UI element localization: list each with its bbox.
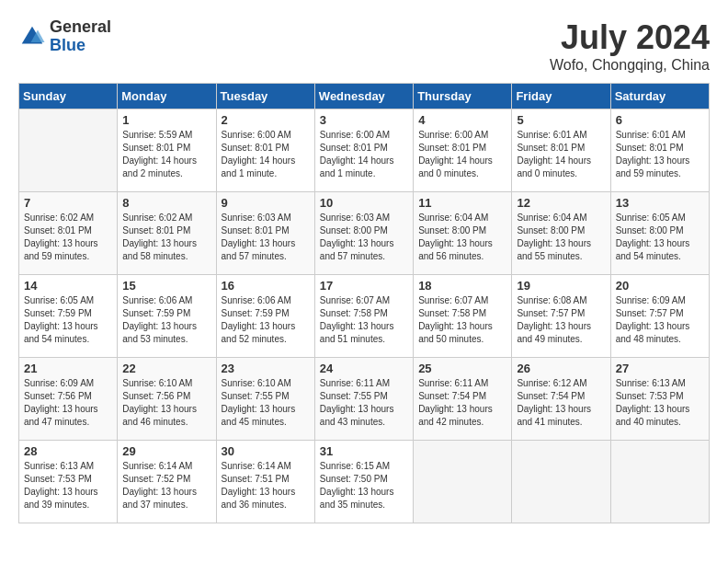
calendar-week-row: 1Sunrise: 5:59 AM Sunset: 8:01 PM Daylig… bbox=[19, 109, 710, 192]
day-info: Sunrise: 6:00 AM Sunset: 8:01 PM Dayligh… bbox=[320, 129, 408, 180]
day-number: 26 bbox=[517, 362, 605, 375]
day-info: Sunrise: 6:11 AM Sunset: 7:55 PM Dayligh… bbox=[320, 377, 408, 429]
day-info: Sunrise: 6:14 AM Sunset: 7:52 PM Dayligh… bbox=[122, 460, 210, 511]
calendar-cell: 1Sunrise: 5:59 AM Sunset: 8:01 PM Daylig… bbox=[118, 109, 216, 192]
day-of-week-header: Sunday bbox=[19, 84, 118, 109]
calendar-cell: 7Sunrise: 6:02 AM Sunset: 8:01 PM Daylig… bbox=[19, 192, 118, 275]
day-number: 7 bbox=[24, 196, 112, 210]
calendar-week-row: 28Sunrise: 6:13 AM Sunset: 7:53 PM Dayli… bbox=[19, 441, 710, 523]
day-info: Sunrise: 6:15 AM Sunset: 7:50 PM Dayligh… bbox=[320, 460, 408, 511]
day-number: 20 bbox=[616, 279, 704, 293]
calendar-week-row: 21Sunrise: 6:09 AM Sunset: 7:56 PM Dayli… bbox=[19, 358, 710, 441]
day-info: Sunrise: 6:04 AM Sunset: 8:00 PM Dayligh… bbox=[418, 212, 506, 263]
day-number: 25 bbox=[418, 362, 506, 375]
calendar-cell: 29Sunrise: 6:14 AM Sunset: 7:52 PM Dayli… bbox=[118, 441, 216, 523]
day-info: Sunrise: 6:06 AM Sunset: 7:59 PM Dayligh… bbox=[122, 294, 210, 346]
day-info: Sunrise: 6:06 AM Sunset: 7:59 PM Dayligh… bbox=[222, 294, 310, 346]
page-header: General Blue July 2024 Wofo, Chongqing, … bbox=[18, 18, 710, 74]
day-number: 27 bbox=[616, 362, 704, 375]
day-info: Sunrise: 6:14 AM Sunset: 7:51 PM Dayligh… bbox=[222, 460, 310, 511]
calendar-cell: 14Sunrise: 6:05 AM Sunset: 7:59 PM Dayli… bbox=[19, 275, 118, 358]
logo-icon bbox=[18, 23, 46, 51]
calendar-cell: 24Sunrise: 6:11 AM Sunset: 7:55 PM Dayli… bbox=[314, 358, 413, 441]
day-of-week-header: Friday bbox=[512, 84, 610, 109]
title-section: July 2024 Wofo, Chongqing, China bbox=[550, 18, 710, 74]
day-of-week-header: Saturday bbox=[610, 84, 709, 109]
day-number: 28 bbox=[24, 444, 112, 458]
calendar-cell: 5Sunrise: 6:01 AM Sunset: 8:01 PM Daylig… bbox=[512, 109, 610, 192]
day-number: 8 bbox=[122, 196, 210, 210]
day-info: Sunrise: 6:11 AM Sunset: 7:54 PM Dayligh… bbox=[418, 377, 506, 429]
day-info: Sunrise: 6:13 AM Sunset: 7:53 PM Dayligh… bbox=[616, 377, 704, 429]
calendar-cell bbox=[512, 441, 610, 523]
location: Wofo, Chongqing, China bbox=[550, 57, 710, 74]
day-number: 9 bbox=[222, 196, 310, 210]
day-info: Sunrise: 6:09 AM Sunset: 7:57 PM Dayligh… bbox=[616, 294, 704, 346]
day-info: Sunrise: 6:03 AM Sunset: 8:01 PM Dayligh… bbox=[222, 212, 310, 263]
calendar-cell: 30Sunrise: 6:14 AM Sunset: 7:51 PM Dayli… bbox=[216, 441, 314, 523]
day-of-week-header: Thursday bbox=[414, 84, 512, 109]
calendar-cell: 11Sunrise: 6:04 AM Sunset: 8:00 PM Dayli… bbox=[414, 192, 512, 275]
day-of-week-header: Wednesday bbox=[314, 84, 413, 109]
day-of-week-header: Tuesday bbox=[216, 84, 314, 109]
day-info: Sunrise: 6:10 AM Sunset: 7:55 PM Dayligh… bbox=[222, 377, 310, 429]
day-number: 16 bbox=[222, 279, 310, 293]
calendar-cell: 19Sunrise: 6:08 AM Sunset: 7:57 PM Dayli… bbox=[512, 275, 610, 358]
calendar-cell: 9Sunrise: 6:03 AM Sunset: 8:01 PM Daylig… bbox=[216, 192, 314, 275]
day-number: 12 bbox=[517, 196, 605, 210]
calendar-cell bbox=[414, 441, 512, 523]
day-number: 30 bbox=[222, 444, 310, 458]
calendar-table: SundayMondayTuesdayWednesdayThursdayFrid… bbox=[18, 83, 710, 523]
day-info: Sunrise: 6:13 AM Sunset: 7:53 PM Dayligh… bbox=[24, 460, 112, 511]
calendar-cell: 15Sunrise: 6:06 AM Sunset: 7:59 PM Dayli… bbox=[118, 275, 216, 358]
day-number: 29 bbox=[122, 444, 210, 458]
day-number: 3 bbox=[320, 113, 408, 127]
calendar-cell bbox=[19, 109, 118, 192]
day-info: Sunrise: 6:12 AM Sunset: 7:54 PM Dayligh… bbox=[517, 377, 605, 429]
calendar-cell: 21Sunrise: 6:09 AM Sunset: 7:56 PM Dayli… bbox=[19, 358, 118, 441]
day-number: 11 bbox=[418, 196, 506, 210]
calendar-cell: 17Sunrise: 6:07 AM Sunset: 7:58 PM Dayli… bbox=[314, 275, 413, 358]
calendar-week-row: 14Sunrise: 6:05 AM Sunset: 7:59 PM Dayli… bbox=[19, 275, 710, 358]
day-info: Sunrise: 6:02 AM Sunset: 8:01 PM Dayligh… bbox=[122, 212, 210, 263]
calendar-week-row: 7Sunrise: 6:02 AM Sunset: 8:01 PM Daylig… bbox=[19, 192, 710, 275]
day-number: 22 bbox=[122, 362, 210, 375]
logo-blue: Blue bbox=[50, 37, 111, 55]
day-number: 2 bbox=[222, 113, 310, 127]
day-info: Sunrise: 6:05 AM Sunset: 7:59 PM Dayligh… bbox=[24, 294, 112, 346]
day-info: Sunrise: 6:01 AM Sunset: 8:01 PM Dayligh… bbox=[616, 129, 704, 180]
day-info: Sunrise: 6:04 AM Sunset: 8:00 PM Dayligh… bbox=[517, 212, 605, 263]
header-row: SundayMondayTuesdayWednesdayThursdayFrid… bbox=[19, 84, 710, 109]
day-number: 10 bbox=[320, 196, 408, 210]
calendar-cell: 16Sunrise: 6:06 AM Sunset: 7:59 PM Dayli… bbox=[216, 275, 314, 358]
calendar-cell: 31Sunrise: 6:15 AM Sunset: 7:50 PM Dayli… bbox=[314, 441, 413, 523]
calendar-cell: 18Sunrise: 6:07 AM Sunset: 7:58 PM Dayli… bbox=[414, 275, 512, 358]
calendar-cell: 13Sunrise: 6:05 AM Sunset: 8:00 PM Dayli… bbox=[610, 192, 709, 275]
day-number: 24 bbox=[320, 362, 408, 375]
day-info: Sunrise: 6:10 AM Sunset: 7:56 PM Dayligh… bbox=[122, 377, 210, 429]
month-title: July 2024 bbox=[550, 18, 710, 57]
day-info: Sunrise: 6:08 AM Sunset: 7:57 PM Dayligh… bbox=[517, 294, 605, 346]
logo-general: General bbox=[50, 18, 111, 37]
day-number: 31 bbox=[320, 444, 408, 458]
calendar-cell: 2Sunrise: 6:00 AM Sunset: 8:01 PM Daylig… bbox=[216, 109, 314, 192]
day-number: 6 bbox=[616, 113, 704, 127]
calendar-cell: 10Sunrise: 6:03 AM Sunset: 8:00 PM Dayli… bbox=[314, 192, 413, 275]
calendar-cell: 8Sunrise: 6:02 AM Sunset: 8:01 PM Daylig… bbox=[118, 192, 216, 275]
day-number: 14 bbox=[24, 279, 112, 293]
day-number: 18 bbox=[418, 279, 506, 293]
calendar-cell: 25Sunrise: 6:11 AM Sunset: 7:54 PM Dayli… bbox=[414, 358, 512, 441]
calendar-cell bbox=[610, 441, 709, 523]
day-number: 1 bbox=[122, 113, 210, 127]
day-info: Sunrise: 6:02 AM Sunset: 8:01 PM Dayligh… bbox=[24, 212, 112, 263]
day-number: 13 bbox=[616, 196, 704, 210]
day-number: 5 bbox=[517, 113, 605, 127]
calendar-cell: 12Sunrise: 6:04 AM Sunset: 8:00 PM Dayli… bbox=[512, 192, 610, 275]
calendar-cell: 26Sunrise: 6:12 AM Sunset: 7:54 PM Dayli… bbox=[512, 358, 610, 441]
calendar-cell: 22Sunrise: 6:10 AM Sunset: 7:56 PM Dayli… bbox=[118, 358, 216, 441]
day-info: Sunrise: 6:07 AM Sunset: 7:58 PM Dayligh… bbox=[320, 294, 408, 346]
day-info: Sunrise: 6:07 AM Sunset: 7:58 PM Dayligh… bbox=[418, 294, 506, 346]
day-number: 15 bbox=[122, 279, 210, 293]
calendar-cell: 28Sunrise: 6:13 AM Sunset: 7:53 PM Dayli… bbox=[19, 441, 118, 523]
calendar-cell: 4Sunrise: 6:00 AM Sunset: 8:01 PM Daylig… bbox=[414, 109, 512, 192]
